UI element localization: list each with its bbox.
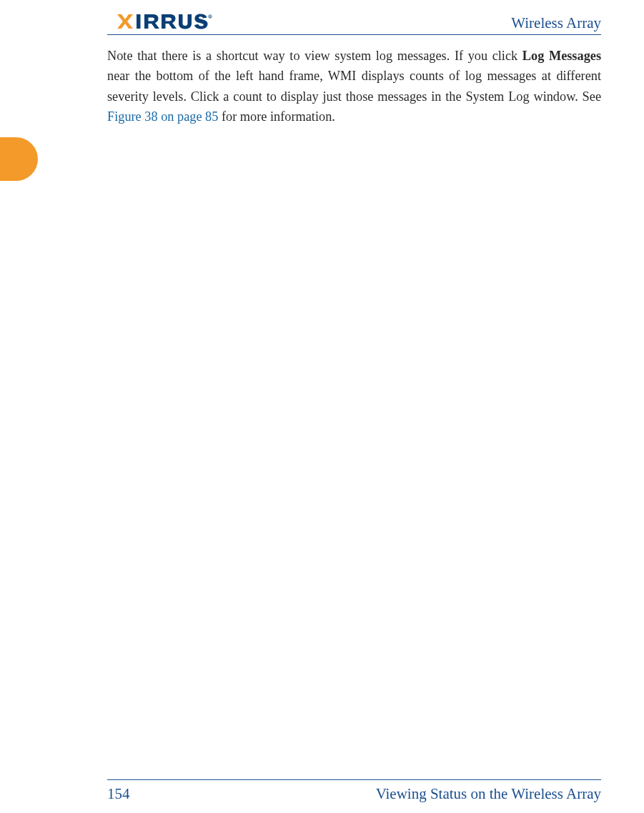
header-rule bbox=[107, 34, 601, 35]
body-text-b: near the bottom of the left hand frame, … bbox=[107, 69, 601, 103]
body-text-a: Note that there is a shortcut way to vie… bbox=[107, 49, 522, 63]
body-text-bold: Log Messages bbox=[522, 49, 601, 63]
page-header: R Wireless Array bbox=[0, 13, 644, 33]
figure-reference-link[interactable]: Figure 38 on page 85 bbox=[107, 109, 218, 124]
body-paragraph: Note that there is a shortcut way to vie… bbox=[107, 46, 601, 127]
side-tab-marker bbox=[0, 137, 38, 181]
footer-rule bbox=[107, 779, 601, 780]
page-footer: 154 Viewing Status on the Wireless Array bbox=[107, 785, 601, 803]
header-title: Wireless Array bbox=[511, 14, 601, 32]
svg-text:R: R bbox=[209, 16, 212, 19]
svg-rect-0 bbox=[137, 14, 141, 29]
body-text-c: for more information. bbox=[218, 109, 335, 124]
page-number: 154 bbox=[107, 785, 130, 803]
xirrus-logo: R bbox=[116, 13, 223, 34]
footer-section-title: Viewing Status on the Wireless Array bbox=[376, 785, 601, 803]
